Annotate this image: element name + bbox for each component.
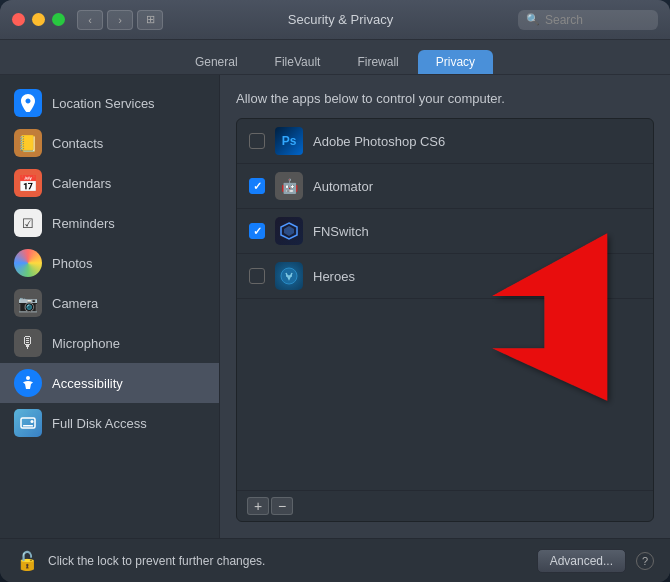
nav-buttons: ‹ › bbox=[77, 10, 133, 30]
svg-point-0 bbox=[26, 376, 30, 380]
sidebar-item-contacts[interactable]: 📒 Contacts bbox=[0, 123, 219, 163]
sidebar-item-photos[interactable]: Photos bbox=[0, 243, 219, 283]
add-app-button[interactable]: + bbox=[247, 497, 269, 515]
table-row[interactable]: Ps Adobe Photoshop CS6 bbox=[237, 119, 653, 164]
heroes-checkbox[interactable] bbox=[249, 268, 265, 284]
sidebar-item-camera[interactable]: 📷 Camera bbox=[0, 283, 219, 323]
microphone-icon: 🎙 bbox=[14, 329, 42, 357]
sidebar-label-calendars: Calendars bbox=[52, 176, 111, 191]
sidebar-item-fulldisk[interactable]: Full Disk Access bbox=[0, 403, 219, 443]
accessibility-icon bbox=[14, 369, 42, 397]
photos-icon bbox=[14, 249, 42, 277]
sidebar-item-reminders[interactable]: ☑ Reminders bbox=[0, 203, 219, 243]
remove-app-button[interactable]: − bbox=[271, 497, 293, 515]
maximize-button[interactable] bbox=[52, 13, 65, 26]
camera-icon: 📷 bbox=[14, 289, 42, 317]
sidebar-label-microphone: Microphone bbox=[52, 336, 120, 351]
grid-button[interactable]: ⊞ bbox=[137, 10, 163, 30]
tab-general[interactable]: General bbox=[177, 50, 256, 74]
sidebar-item-location[interactable]: Location Services bbox=[0, 83, 219, 123]
photoshop-name: Adobe Photoshop CS6 bbox=[313, 134, 445, 149]
fulldisk-icon bbox=[14, 409, 42, 437]
window-title: Security & Privacy bbox=[163, 12, 518, 27]
location-icon bbox=[14, 89, 42, 117]
search-input[interactable] bbox=[545, 13, 650, 27]
sidebar: Location Services 📒 Contacts 📅 Calendars… bbox=[0, 75, 220, 538]
help-button[interactable]: ? bbox=[636, 552, 654, 570]
tab-firewall[interactable]: Firewall bbox=[339, 50, 416, 74]
fnswitch-name: FNSwitch bbox=[313, 224, 369, 239]
main-content: Location Services 📒 Contacts 📅 Calendars… bbox=[0, 75, 670, 538]
svg-point-3 bbox=[31, 420, 34, 423]
advanced-button[interactable]: Advanced... bbox=[537, 549, 626, 573]
search-box[interactable]: 🔍 bbox=[518, 10, 658, 30]
photoshop-checkbox[interactable] bbox=[249, 133, 265, 149]
close-button[interactable] bbox=[12, 13, 25, 26]
search-icon: 🔍 bbox=[526, 13, 540, 26]
sidebar-label-contacts: Contacts bbox=[52, 136, 103, 151]
fnswitch-checkbox[interactable] bbox=[249, 223, 265, 239]
table-row[interactable]: FNSwitch bbox=[237, 209, 653, 254]
app-list: Ps Adobe Photoshop CS6 🤖 Automator bbox=[237, 119, 653, 490]
panel-wrapper: Allow the apps below to control your com… bbox=[220, 75, 670, 538]
lock-text: Click the lock to prevent further change… bbox=[48, 554, 527, 568]
reminders-icon: ☑ bbox=[14, 209, 42, 237]
window: ‹ › ⊞ Security & Privacy 🔍 General FileV… bbox=[0, 0, 670, 582]
tabbar: General FileVault Firewall Privacy bbox=[0, 40, 670, 75]
sidebar-item-accessibility[interactable]: Accessibility bbox=[0, 363, 219, 403]
tab-filevault[interactable]: FileVault bbox=[257, 50, 339, 74]
sidebar-label-accessibility: Accessibility bbox=[52, 376, 123, 391]
heroes-name: Heroes bbox=[313, 269, 355, 284]
bottombar: 🔓 Click the lock to prevent further chan… bbox=[0, 538, 670, 582]
calendars-icon: 📅 bbox=[14, 169, 42, 197]
photoshop-icon: Ps bbox=[275, 127, 303, 155]
minimize-button[interactable] bbox=[32, 13, 45, 26]
svg-marker-5 bbox=[284, 226, 294, 236]
svg-rect-2 bbox=[23, 425, 33, 427]
back-button[interactable]: ‹ bbox=[77, 10, 103, 30]
fnswitch-icon bbox=[275, 217, 303, 245]
automator-icon: 🤖 bbox=[275, 172, 303, 200]
contacts-icon: 📒 bbox=[14, 129, 42, 157]
forward-button[interactable]: › bbox=[107, 10, 133, 30]
sidebar-label-photos: Photos bbox=[52, 256, 92, 271]
heroes-icon bbox=[275, 262, 303, 290]
panel-description: Allow the apps below to control your com… bbox=[236, 91, 654, 106]
tab-privacy[interactable]: Privacy bbox=[418, 50, 493, 74]
automator-checkbox[interactable] bbox=[249, 178, 265, 194]
traffic-lights bbox=[12, 13, 65, 26]
table-row[interactable]: Heroes bbox=[237, 254, 653, 299]
sidebar-label-reminders: Reminders bbox=[52, 216, 115, 231]
sidebar-label-location: Location Services bbox=[52, 96, 155, 111]
table-row[interactable]: 🤖 Automator bbox=[237, 164, 653, 209]
lock-icon: 🔓 bbox=[16, 550, 38, 572]
app-list-container: Ps Adobe Photoshop CS6 🤖 Automator bbox=[236, 118, 654, 522]
titlebar: ‹ › ⊞ Security & Privacy 🔍 bbox=[0, 0, 670, 40]
sidebar-item-microphone[interactable]: 🎙 Microphone bbox=[0, 323, 219, 363]
list-controls: + − bbox=[237, 490, 653, 521]
sidebar-label-camera: Camera bbox=[52, 296, 98, 311]
sidebar-label-fulldisk: Full Disk Access bbox=[52, 416, 147, 431]
automator-name: Automator bbox=[313, 179, 373, 194]
sidebar-item-calendars[interactable]: 📅 Calendars bbox=[0, 163, 219, 203]
right-panel: Allow the apps below to control your com… bbox=[220, 75, 670, 538]
